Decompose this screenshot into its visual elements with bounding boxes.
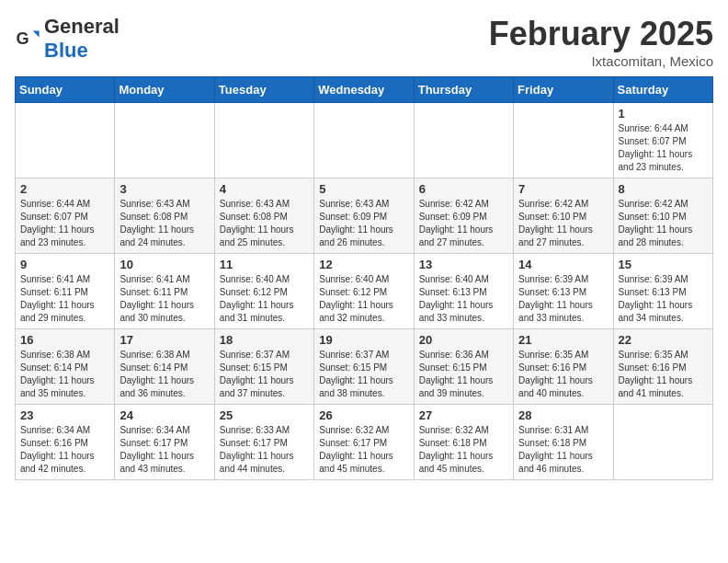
calendar-week-row: 23Sunrise: 6:34 AM Sunset: 6:16 PM Dayli… [16,405,713,480]
calendar-cell [613,405,712,480]
calendar-week-row: 16Sunrise: 6:38 AM Sunset: 6:14 PM Dayli… [16,329,713,405]
calendar-cell: 10Sunrise: 6:41 AM Sunset: 6:11 PM Dayli… [115,254,214,329]
day-number: 1 [619,107,708,121]
day-info: Sunrise: 6:40 AM Sunset: 6:12 PM Dayligh… [220,273,309,325]
calendar-cell: 24Sunrise: 6:34 AM Sunset: 6:17 PM Dayli… [115,405,214,480]
day-number: 9 [20,258,109,271]
day-number: 11 [220,258,309,271]
day-number: 18 [220,333,309,347]
day-info: Sunrise: 6:37 AM Sunset: 6:15 PM Dayligh… [319,349,408,400]
month-title: February 2025 [489,15,713,53]
day-info: Sunrise: 6:42 AM Sunset: 6:10 PM Dayligh… [619,198,708,249]
day-info: Sunrise: 6:31 AM Sunset: 6:18 PM Dayligh… [518,424,608,476]
calendar-cell [414,103,513,178]
calendar-cell: 28Sunrise: 6:31 AM Sunset: 6:18 PM Dayli… [514,405,613,480]
day-number: 5 [319,182,408,196]
svg-text:G: G [16,29,28,48]
day-info: Sunrise: 6:38 AM Sunset: 6:14 PM Dayligh… [119,349,209,400]
weekday-header: Saturday [613,77,712,103]
day-number: 6 [419,182,508,196]
calendar-cell [514,103,613,178]
day-number: 7 [518,182,608,196]
calendar-cell: 25Sunrise: 6:33 AM Sunset: 6:17 PM Dayli… [214,405,313,480]
day-number: 27 [419,408,508,422]
day-number: 2 [20,182,109,196]
calendar-cell: 6Sunrise: 6:42 AM Sunset: 6:09 PM Daylig… [414,178,513,254]
calendar-cell: 13Sunrise: 6:40 AM Sunset: 6:13 PM Dayli… [414,254,513,329]
logo-blue: Blue [44,39,88,62]
day-number: 10 [119,258,209,271]
day-info: Sunrise: 6:41 AM Sunset: 6:11 PM Dayligh… [20,273,109,325]
day-info: Sunrise: 6:42 AM Sunset: 6:09 PM Dayligh… [419,198,508,249]
calendar-cell: 7Sunrise: 6:42 AM Sunset: 6:10 PM Daylig… [514,178,613,254]
calendar-cell: 27Sunrise: 6:32 AM Sunset: 6:18 PM Dayli… [414,405,513,480]
logo-general: General [44,15,119,38]
logo: G General Blue [15,15,119,63]
day-info: Sunrise: 6:32 AM Sunset: 6:17 PM Dayligh… [319,424,408,476]
calendar-cell: 21Sunrise: 6:35 AM Sunset: 6:16 PM Dayli… [514,329,613,405]
day-info: Sunrise: 6:32 AM Sunset: 6:18 PM Dayligh… [419,424,508,476]
calendar-cell: 9Sunrise: 6:41 AM Sunset: 6:11 PM Daylig… [16,254,115,329]
day-number: 17 [119,333,209,347]
calendar-week-row: 9Sunrise: 6:41 AM Sunset: 6:11 PM Daylig… [16,254,713,329]
day-number: 21 [518,333,608,347]
calendar-week-row: 1Sunrise: 6:44 AM Sunset: 6:07 PM Daylig… [16,103,713,178]
day-number: 22 [619,333,708,347]
calendar-cell: 15Sunrise: 6:39 AM Sunset: 6:13 PM Dayli… [613,254,712,329]
day-info: Sunrise: 6:44 AM Sunset: 6:07 PM Dayligh… [619,122,708,174]
day-info: Sunrise: 6:40 AM Sunset: 6:12 PM Dayligh… [319,273,408,325]
calendar-cell [314,103,414,178]
day-info: Sunrise: 6:34 AM Sunset: 6:17 PM Dayligh… [119,424,209,476]
calendar-cell [214,103,313,178]
location-subtitle: Ixtacomitan, Mexico [489,53,713,69]
calendar-cell: 8Sunrise: 6:42 AM Sunset: 6:10 PM Daylig… [613,178,712,254]
day-number: 28 [518,408,608,422]
day-info: Sunrise: 6:41 AM Sunset: 6:11 PM Dayligh… [119,273,209,325]
calendar-header-row: SundayMondayTuesdayWednesdayThursdayFrid… [16,77,713,103]
calendar-cell: 22Sunrise: 6:35 AM Sunset: 6:16 PM Dayli… [613,329,712,405]
weekday-header: Friday [514,77,613,103]
calendar-cell: 12Sunrise: 6:40 AM Sunset: 6:12 PM Dayli… [314,254,414,329]
calendar-cell: 23Sunrise: 6:34 AM Sunset: 6:16 PM Dayli… [16,405,115,480]
day-info: Sunrise: 6:34 AM Sunset: 6:16 PM Dayligh… [20,424,109,476]
day-info: Sunrise: 6:43 AM Sunset: 6:08 PM Dayligh… [220,198,309,249]
day-number: 15 [619,258,708,271]
calendar-cell: 20Sunrise: 6:36 AM Sunset: 6:15 PM Dayli… [414,329,513,405]
calendar-cell: 17Sunrise: 6:38 AM Sunset: 6:14 PM Dayli… [115,329,214,405]
calendar-cell: 2Sunrise: 6:44 AM Sunset: 6:07 PM Daylig… [16,178,115,254]
day-number: 4 [220,182,309,196]
day-number: 24 [119,408,209,422]
day-info: Sunrise: 6:37 AM Sunset: 6:15 PM Dayligh… [220,349,309,400]
day-number: 23 [20,408,109,422]
calendar-cell: 19Sunrise: 6:37 AM Sunset: 6:15 PM Dayli… [314,329,414,405]
calendar: SundayMondayTuesdayWednesdayThursdayFrid… [15,76,713,480]
calendar-cell: 1Sunrise: 6:44 AM Sunset: 6:07 PM Daylig… [613,103,712,178]
day-info: Sunrise: 6:39 AM Sunset: 6:13 PM Dayligh… [619,273,708,325]
day-info: Sunrise: 6:36 AM Sunset: 6:15 PM Dayligh… [419,349,508,400]
weekday-header: Wednesday [314,77,414,103]
calendar-cell [16,103,115,178]
day-info: Sunrise: 6:42 AM Sunset: 6:10 PM Dayligh… [518,198,608,249]
svg-marker-1 [33,31,40,38]
weekday-header: Tuesday [214,77,313,103]
logo-icon: G [15,26,40,52]
day-number: 13 [419,258,508,271]
calendar-week-row: 2Sunrise: 6:44 AM Sunset: 6:07 PM Daylig… [16,178,713,254]
calendar-cell [115,103,214,178]
calendar-cell: 11Sunrise: 6:40 AM Sunset: 6:12 PM Dayli… [214,254,313,329]
day-number: 20 [419,333,508,347]
day-number: 8 [619,182,708,196]
weekday-header: Sunday [16,77,115,103]
title-area: February 2025 Ixtacomitan, Mexico [489,15,713,69]
day-info: Sunrise: 6:44 AM Sunset: 6:07 PM Dayligh… [20,198,109,249]
day-number: 14 [518,258,608,271]
calendar-cell: 16Sunrise: 6:38 AM Sunset: 6:14 PM Dayli… [16,329,115,405]
calendar-cell: 3Sunrise: 6:43 AM Sunset: 6:08 PM Daylig… [115,178,214,254]
weekday-header: Monday [115,77,214,103]
calendar-cell: 14Sunrise: 6:39 AM Sunset: 6:13 PM Dayli… [514,254,613,329]
day-info: Sunrise: 6:43 AM Sunset: 6:09 PM Dayligh… [319,198,408,249]
calendar-cell: 26Sunrise: 6:32 AM Sunset: 6:17 PM Dayli… [314,405,414,480]
day-info: Sunrise: 6:39 AM Sunset: 6:13 PM Dayligh… [518,273,608,325]
weekday-header: Thursday [414,77,513,103]
day-number: 16 [20,333,109,347]
